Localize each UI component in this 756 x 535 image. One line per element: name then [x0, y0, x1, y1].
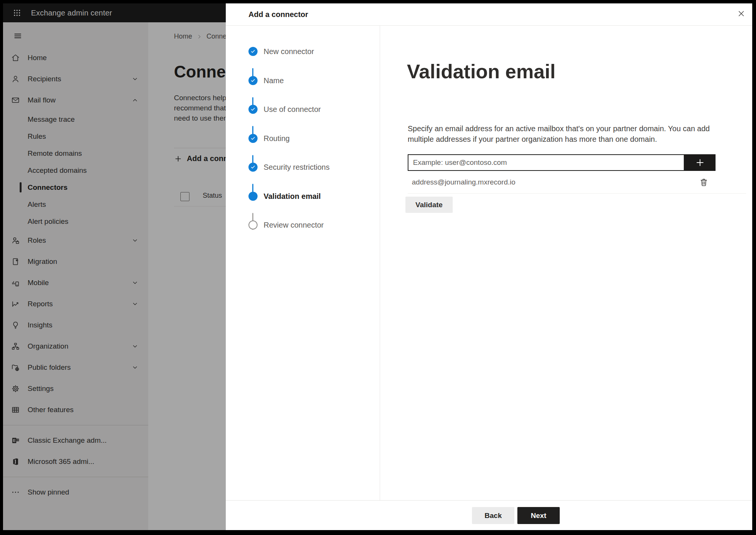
step-validation-email[interactable]: Validation email	[248, 192, 321, 201]
add-email-button[interactable]	[685, 154, 716, 171]
validation-email-input[interactable]	[408, 154, 685, 171]
screen: Exchange admin center Home Recipients Ma…	[3, 3, 752, 530]
address-row-divider	[408, 193, 746, 194]
validate-button[interactable]: Validate	[405, 197, 453, 213]
step-new-connector[interactable]: New connector	[248, 47, 314, 56]
step-done-icon	[248, 134, 258, 143]
step-review-connector[interactable]: Review connector	[248, 220, 324, 230]
next-button[interactable]: Next	[517, 507, 560, 524]
step-page-heading: Validation email	[407, 60, 556, 83]
panel-footer-divider	[226, 500, 752, 501]
step-done-icon	[248, 47, 258, 56]
step-use-of-connector[interactable]: Use of connector	[248, 105, 321, 114]
step-security-restrictions[interactable]: Security restrictions	[248, 163, 330, 172]
step-name[interactable]: Name	[248, 76, 284, 85]
add-connector-panel: Add a connector New connector Name Use o…	[226, 3, 752, 530]
back-button[interactable]: Back	[472, 507, 514, 524]
step-done-icon	[248, 105, 258, 114]
step-todo-icon	[248, 220, 258, 230]
wizard-footer: Back Next	[472, 507, 560, 524]
step-done-icon	[248, 163, 258, 172]
close-button[interactable]	[736, 8, 747, 19]
delete-address-button[interactable]	[699, 177, 709, 188]
validation-email-address: address@journaling.mxrecord.io	[412, 178, 515, 186]
step-page-description: Specify an email address for an active m…	[408, 123, 710, 144]
panel-title: Add a connector	[248, 3, 308, 25]
step-routing[interactable]: Routing	[248, 134, 290, 143]
step-current-icon	[248, 192, 258, 201]
trash-icon	[699, 177, 709, 187]
step-done-icon	[248, 76, 258, 85]
wizard-stepper: New connector Name Use of connector Rout…	[226, 25, 380, 500]
plus-icon	[695, 157, 705, 168]
